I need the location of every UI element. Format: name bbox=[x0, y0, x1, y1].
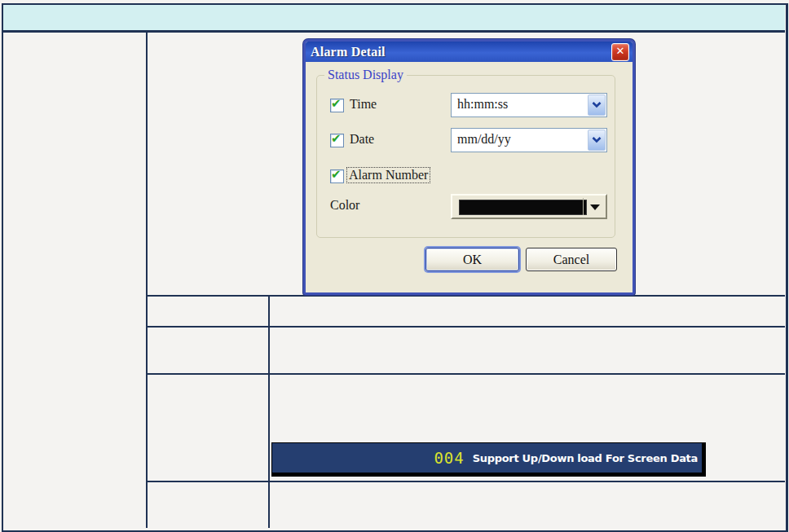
alarm-number-value: 004 bbox=[434, 449, 464, 467]
alarm-display-bar: 004 Support Up/Down load For Screen Data bbox=[271, 442, 706, 477]
time-format-value: hh:mm:ss bbox=[457, 97, 508, 112]
date-format-value: mm/dd/yy bbox=[457, 132, 511, 147]
table-horizontal-rule bbox=[148, 295, 785, 297]
table-horizontal-rule bbox=[148, 326, 785, 328]
ok-button[interactable]: OK bbox=[425, 248, 519, 271]
chevron-down-icon[interactable] bbox=[588, 95, 606, 116]
table-vertical-rule bbox=[268, 295, 270, 528]
dialog-titlebar[interactable]: Alarm Detail bbox=[306, 42, 633, 62]
color-swatch bbox=[459, 200, 587, 215]
alarm-message-text: Support Up/Down load For Screen Data bbox=[473, 452, 698, 464]
date-checkbox[interactable]: ✔ bbox=[330, 134, 344, 147]
dropdown-arrow-icon bbox=[590, 204, 600, 210]
date-checkbox-label: Date bbox=[350, 132, 374, 147]
date-format-select[interactable]: mm/dd/yy bbox=[451, 128, 607, 152]
check-icon: ✔ bbox=[331, 167, 342, 182]
check-icon: ✔ bbox=[331, 96, 342, 111]
table-horizontal-rule bbox=[148, 481, 785, 482]
time-checkbox[interactable]: ✔ bbox=[330, 99, 344, 112]
group-label: Status Display bbox=[324, 68, 407, 82]
close-icon[interactable]: ✕ bbox=[611, 43, 629, 61]
color-label: Color bbox=[330, 198, 359, 213]
alarm-number-checkbox[interactable]: ✔ bbox=[330, 169, 344, 183]
status-display-group: Status Display ✔ Time hh:mm:ss ✔ Date bbox=[316, 75, 615, 238]
table-horizontal-rule bbox=[148, 373, 785, 375]
check-icon: ✔ bbox=[331, 131, 342, 146]
time-checkbox-label: Time bbox=[350, 97, 377, 112]
color-dropdown[interactable] bbox=[451, 194, 607, 219]
top-banner-cell bbox=[3, 5, 785, 33]
alarm-number-checkbox-label: Alarm Number bbox=[346, 167, 430, 183]
divider bbox=[583, 198, 584, 215]
dialog-body: Status Display ✔ Time hh:mm:ss ✔ Date bbox=[306, 62, 633, 292]
cancel-button[interactable]: Cancel bbox=[526, 248, 617, 271]
alarm-detail-dialog: Alarm Detail ✕ Status Display ✔ Time hh:… bbox=[303, 39, 635, 295]
chevron-down-icon[interactable] bbox=[588, 130, 606, 151]
page: Alarm Detail ✕ Status Display ✔ Time hh:… bbox=[0, 0, 789, 532]
time-format-select[interactable]: hh:mm:ss bbox=[451, 93, 607, 117]
table-vertical-rule bbox=[146, 33, 148, 528]
dialog-title: Alarm Detail bbox=[311, 45, 386, 59]
